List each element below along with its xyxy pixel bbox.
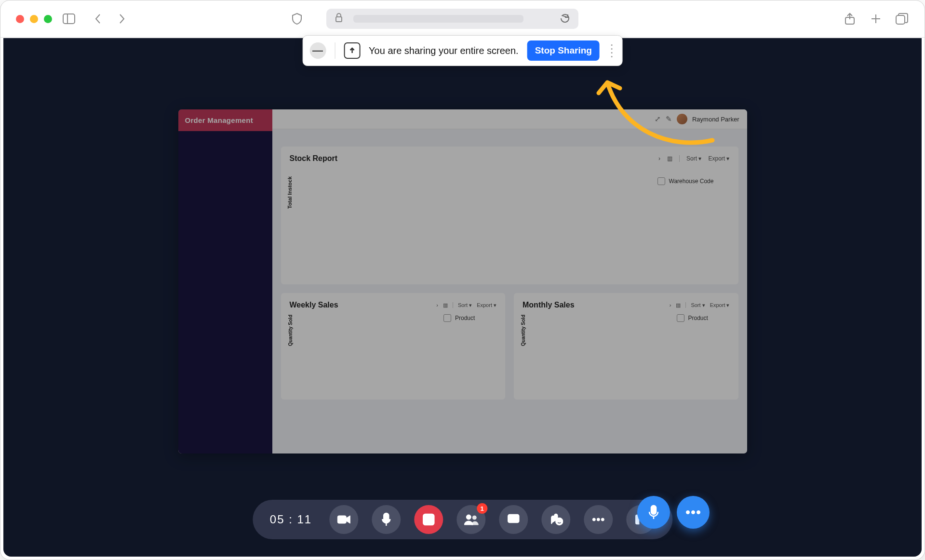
weekly-sales-legend: Product [443,309,496,394]
legend-header: Product [455,315,475,321]
meeting-control-bar: 05 : 11 1 [253,500,672,539]
user-name: Raymond Parker [692,116,739,123]
kpi-card-row [272,129,747,138]
monthly-sales-panel: Monthly Sales › ▥ Sort ▾ Export ▾ [514,293,738,400]
browser-window: Order Management ⤢ ✎ Raymond Parker Stoc… [0,0,925,560]
sort-dropdown[interactable]: Sort ▾ [686,155,701,162]
svg-rect-0 [63,14,75,24]
legend-header: Warehouse Code [669,178,714,185]
reactions-button[interactable] [541,505,570,534]
stock-report-ylabel: Total Instock [287,176,293,209]
back-button[interactable] [91,12,105,26]
lock-icon [335,13,343,25]
monthly-sales-title: Monthly Sales [523,301,575,309]
collapse-banner-button[interactable]: — [309,42,326,59]
stock-report-panel: Stock Report › ▥ Sort ▾ Export ▾ Total I… [281,147,738,284]
stock-report-legend: Warehouse Code [657,168,730,279]
monthly-sales-ylabel: Quantity Sold [521,315,526,346]
checkbox-icon[interactable] [677,314,684,322]
traffic-lights [16,15,52,23]
dashboard-topbar: ⤢ ✎ Raymond Parker [272,109,747,129]
more-button[interactable] [584,505,613,534]
avatar[interactable] [677,114,687,124]
svg-rect-2 [336,17,342,22]
reload-button[interactable] [559,13,570,25]
stock-report-title: Stock Report [290,154,338,163]
svg-point-21 [556,518,563,525]
export-dropdown[interactable]: Export ▾ [708,155,729,162]
floating-action-buttons [637,496,710,529]
bars-icon[interactable]: ▥ [676,302,681,308]
sharing-indicator-icon [344,42,360,59]
drag-handle-icon[interactable] [608,44,616,57]
checkbox-icon[interactable] [443,314,451,322]
forward-button[interactable] [115,12,129,26]
bars-icon[interactable]: ▥ [443,302,448,308]
export-dropdown[interactable]: Export ▾ [710,302,730,308]
svg-point-9 [686,511,690,514]
minimize-window-button[interactable] [30,15,38,23]
participants-button[interactable]: 1 [456,505,485,534]
url-placeholder [353,15,524,23]
page-viewport: Order Management ⤢ ✎ Raymond Parker Stoc… [3,38,922,557]
weekly-sales-chart: Quantity Sold [290,309,437,394]
sidebar-toggle-button[interactable] [62,12,76,26]
bars-icon[interactable]: ▥ [667,155,672,162]
chat-button[interactable] [499,505,528,534]
share-button[interactable] [843,12,857,26]
stop-share-button[interactable] [414,505,443,534]
svg-rect-7 [651,506,656,514]
checkbox-icon[interactable] [657,177,665,185]
svg-rect-12 [337,516,346,523]
svg-point-24 [592,518,595,521]
close-window-button[interactable] [16,15,24,23]
tabs-overview-button[interactable] [895,12,909,26]
svg-point-11 [697,511,700,514]
chevron-right-icon[interactable]: › [658,155,660,162]
new-tab-button[interactable] [869,12,883,26]
svg-point-25 [597,518,600,521]
share-message: You are sharing your entire screen. [369,45,519,56]
svg-point-16 [466,515,471,520]
shared-dashboard-window: Order Management ⤢ ✎ Raymond Parker Stoc… [178,109,747,453]
dashboard-main: ⤢ ✎ Raymond Parker Stock Report › ▥ Sort… [272,109,747,453]
export-dropdown[interactable]: Export ▾ [477,302,496,308]
privacy-shield-icon[interactable] [290,12,304,26]
sort-dropdown[interactable]: Sort ▾ [691,302,705,308]
chevron-right-icon[interactable]: › [670,302,671,308]
svg-point-22 [558,520,559,521]
svg-point-17 [472,516,476,520]
microphone-fab[interactable] [637,496,670,529]
svg-rect-18 [508,515,519,522]
monthly-sales-chart: Quantity Sold [523,309,670,394]
address-bar[interactable] [326,9,579,29]
svg-point-10 [692,511,695,514]
fullscreen-window-button[interactable] [44,15,52,23]
microphone-button[interactable] [372,505,401,534]
more-options-fab[interactable] [677,496,710,529]
weekly-sales-ylabel: Quantity Sold [288,315,293,346]
sidebar: Order Management [178,109,272,453]
browser-toolbar [0,0,925,38]
camera-button[interactable] [329,505,358,534]
svg-point-23 [560,520,561,521]
stop-sharing-button[interactable]: Stop Sharing [527,40,600,61]
svg-rect-6 [896,15,905,24]
screen-share-banner: — You are sharing your entire screen. St… [302,35,623,66]
monthly-sales-legend: Product [677,309,730,394]
svg-point-26 [601,518,604,521]
legend-header: Product [688,315,708,321]
weekly-sales-title: Weekly Sales [290,301,338,309]
chevron-right-icon[interactable]: › [436,302,438,308]
weekly-sales-panel: Weekly Sales › ▥ Sort ▾ Export ▾ [281,293,506,400]
settings-icon[interactable]: ✎ [666,115,672,123]
stock-report-chart: Total Instock [290,168,649,279]
participants-badge: 1 [477,503,487,514]
fullscreen-icon[interactable]: ⤢ [655,115,661,123]
app-title: Order Management [178,109,272,131]
sort-dropdown[interactable]: Sort ▾ [458,302,472,308]
meeting-timer: 05 : 11 [270,513,312,526]
